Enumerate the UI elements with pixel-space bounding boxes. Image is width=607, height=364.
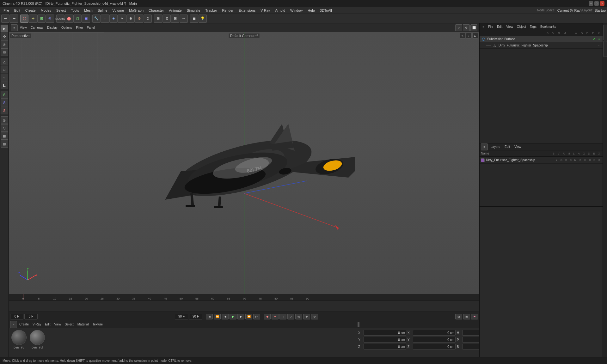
menu-simulate[interactable]: Simulate xyxy=(185,8,203,13)
om-check-icon[interactable]: ✓ xyxy=(592,37,596,41)
vp-menu-panel[interactable]: Panel xyxy=(85,25,97,30)
menu-edit[interactable]: Edit xyxy=(12,8,22,13)
object-mode-poly[interactable]: ▣ xyxy=(82,15,90,23)
layers-menu-view[interactable]: View xyxy=(513,144,523,149)
maximize-button[interactable]: □ xyxy=(594,1,599,6)
rotate-tool[interactable]: ◎ xyxy=(46,15,54,23)
layer-deformer-icon[interactable]: ⊘ xyxy=(578,158,582,162)
layer-render-icon[interactable]: ◎ xyxy=(559,158,563,162)
rotate-tool-btn[interactable]: ◎ xyxy=(1,40,8,48)
select-tool-btn[interactable]: ▶ xyxy=(1,25,8,32)
coord-sz-input[interactable] xyxy=(413,344,456,349)
tl-btn-extra3[interactable]: ★ xyxy=(471,314,478,319)
frame-offset-input[interactable] xyxy=(24,314,38,319)
prev-keyframe-button[interactable]: ◀ xyxy=(222,314,229,319)
tool-spline[interactable]: ⊟ xyxy=(171,15,179,23)
coord-sy-input[interactable] xyxy=(413,337,456,343)
scale-tool-btn[interactable]: ⊡ xyxy=(1,48,8,56)
undo-button[interactable]: ↩ xyxy=(1,15,9,23)
vp-menu-display[interactable]: Display xyxy=(46,25,59,30)
null-btn[interactable]: □ xyxy=(1,66,8,73)
menu-file[interactable]: File xyxy=(1,8,11,13)
coord-sx-input[interactable] xyxy=(413,330,456,336)
layer-item-spaceship[interactable]: Dirty_Futuristic_Fighter_Spaceship ● ◎ ⊡… xyxy=(480,157,603,164)
mat-menu-icon[interactable]: ≡ xyxy=(10,321,17,328)
menu-mograph[interactable]: MoGraph xyxy=(127,8,146,13)
move-tool-btn[interactable]: ✛ xyxy=(1,33,8,40)
om-item-spaceship[interactable]: △ Dirty_Futuristic_Fighter_Spaceship ⋯ xyxy=(480,42,603,49)
clone-btn[interactable]: ▦ xyxy=(1,132,8,140)
tool-loop[interactable]: ⊙ xyxy=(144,15,152,23)
vp-menu-cameras[interactable]: Cameras xyxy=(29,25,45,30)
menu-arnold[interactable]: Arnold xyxy=(273,8,287,13)
object-mode-mesh[interactable]: ⬤ xyxy=(65,15,73,23)
layer-anim-icon[interactable]: ▶ xyxy=(573,158,578,162)
line-btn[interactable]: L xyxy=(1,82,8,89)
om-menu-view[interactable]: View xyxy=(505,24,515,29)
layout-value[interactable]: Startup xyxy=(595,9,606,12)
layer-generator-icon[interactable]: ⊙ xyxy=(583,158,587,162)
object-mode-edge[interactable]: ◻ xyxy=(73,15,82,23)
menu-mesh[interactable]: Mesh xyxy=(82,8,95,13)
layer-expres-icon[interactable]: ⊠ xyxy=(587,158,592,162)
next-frame-button[interactable]: ⏩ xyxy=(245,314,252,319)
menu-animate[interactable]: Animate xyxy=(167,8,184,13)
om-menu-object[interactable]: Object xyxy=(515,24,528,29)
fracture-btn[interactable]: ▥ xyxy=(1,140,8,148)
tool-snap[interactable]: 🔧 xyxy=(92,15,101,23)
menu-character[interactable]: Character xyxy=(146,8,166,13)
tool-magnet[interactable]: ⊠ xyxy=(162,15,171,23)
mat-menu-edit[interactable]: Edit xyxy=(43,322,52,327)
anim-mode-btn[interactable]: ◎ xyxy=(295,314,302,319)
layer-visibility-icon[interactable]: ● xyxy=(554,158,559,162)
viewport[interactable]: Perspective Default Camera:** ⤡ ↓ ⊡ xyxy=(9,32,479,294)
motion-play-btn[interactable]: ⊙ xyxy=(311,314,318,319)
spline-s-btn[interactable]: S xyxy=(1,91,8,99)
playback-mode-btn[interactable]: ▷ xyxy=(287,314,294,319)
menu-modes[interactable]: Modes xyxy=(39,8,53,13)
mat-menu-texture[interactable]: Texture xyxy=(91,322,104,327)
motion-record-btn[interactable]: ⊕ xyxy=(303,314,310,319)
keyframe-btn[interactable]: ⬦ xyxy=(279,314,286,319)
layer-extra-icon[interactable]: ⊛ xyxy=(597,158,601,162)
tl-btn-extra2[interactable]: ⊠ xyxy=(463,314,470,319)
menu-create[interactable]: Create xyxy=(23,8,38,13)
play-button[interactable]: ▶ xyxy=(230,314,236,319)
fps-input[interactable] xyxy=(189,314,202,319)
vp-menu-options[interactable]: Options xyxy=(60,25,74,30)
coord-x-input[interactable] xyxy=(364,330,406,336)
generator-s-btn[interactable]: S xyxy=(1,107,8,114)
mat-menu-view[interactable]: View xyxy=(52,322,63,327)
layer-effect-icon[interactable]: ⊟ xyxy=(592,158,597,162)
grid-btn[interactable]: ⬡ xyxy=(1,124,8,132)
coord-y-input[interactable] xyxy=(364,337,406,343)
tool-subdivide[interactable]: ⊞ xyxy=(154,15,162,23)
close-button[interactable]: ✕ xyxy=(600,1,604,6)
menu-3dtoall[interactable]: 3DToAll xyxy=(318,8,334,13)
material-swatch-1[interactable]: Dirty_Fu xyxy=(11,330,27,349)
side-tab-btn1[interactable] xyxy=(603,25,607,40)
scale-tool[interactable]: ⊡ xyxy=(37,15,46,23)
om-green-dot[interactable]: ● xyxy=(597,37,601,41)
deformer-s-btn[interactable]: S xyxy=(1,99,8,106)
vp-expand-btn[interactable]: ⤢ xyxy=(455,24,462,31)
layers-menu-layers[interactable]: Layers xyxy=(489,144,502,149)
menu-tracker[interactable]: Tracker xyxy=(203,8,219,13)
mat-menu-create[interactable]: Create xyxy=(18,322,30,327)
tool-axis[interactable]: + xyxy=(101,15,109,23)
tool-bridge[interactable]: ⊕ xyxy=(126,15,135,23)
go-start-button[interactable]: ⏮ xyxy=(206,314,213,319)
vp-settings-btn[interactable]: ⚙ xyxy=(463,24,470,31)
go-end-button[interactable]: ⏭ xyxy=(253,314,260,319)
tool-light[interactable]: 💡 xyxy=(199,15,207,23)
tool-material[interactable]: ◼ xyxy=(190,15,198,23)
mat-menu-material[interactable]: Material xyxy=(76,322,90,327)
menu-extensions[interactable]: Extensions xyxy=(236,8,258,13)
menu-volume[interactable]: Volume xyxy=(110,8,126,13)
om-file-menu[interactable]: ≡ xyxy=(481,24,486,29)
layers-menu-icon[interactable]: ≡ xyxy=(481,143,488,150)
move-tool[interactable]: ✛ xyxy=(29,15,37,23)
material-swatch-2[interactable]: Dirty_Ful xyxy=(29,330,46,349)
vp-menu-filter[interactable]: Filter xyxy=(74,25,84,30)
menu-window[interactable]: Window xyxy=(288,8,305,13)
